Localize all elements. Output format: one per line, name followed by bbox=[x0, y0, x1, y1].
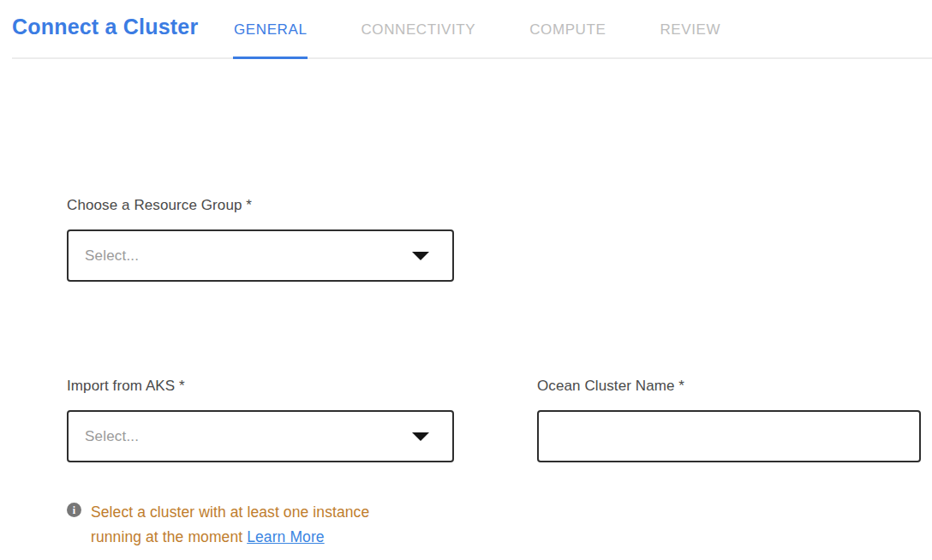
header-divider bbox=[12, 57, 932, 59]
resource-group-placeholder: Select... bbox=[85, 247, 139, 265]
field-import-aks: Import from AKS * Select... bbox=[67, 377, 454, 462]
tab-review[interactable]: REVIEW bbox=[659, 0, 721, 59]
tab-general[interactable]: GENERAL bbox=[233, 0, 308, 59]
ocean-cluster-name-input[interactable] bbox=[537, 410, 921, 462]
cluster-note-text: Select a cluster with at least one insta… bbox=[91, 500, 406, 550]
resource-group-label: Choose a Resource Group * bbox=[67, 196, 454, 215]
caret-down-icon bbox=[412, 252, 429, 260]
field-resource-group: Choose a Resource Group * Select... bbox=[67, 196, 454, 282]
caret-down-icon bbox=[412, 432, 429, 441]
field-ocean-cluster-name: Ocean Cluster Name * bbox=[537, 377, 921, 462]
import-aks-placeholder: Select... bbox=[85, 428, 139, 445]
import-aks-select[interactable]: Select... bbox=[67, 410, 454, 462]
wizard-header: Connect a Cluster GENERAL CONNECTIVITY C… bbox=[0, 0, 932, 59]
learn-more-link[interactable]: Learn More bbox=[247, 528, 325, 545]
tab-connectivity[interactable]: CONNECTIVITY bbox=[360, 0, 476, 59]
import-aks-label: Import from AKS * bbox=[67, 377, 454, 396]
cluster-note-message: Select a cluster with at least one insta… bbox=[91, 503, 369, 545]
page-title: Connect a Cluster bbox=[12, 15, 198, 39]
wizard-tabs: GENERAL CONNECTIVITY COMPUTE REVIEW bbox=[233, 0, 721, 59]
resource-group-select[interactable]: Select... bbox=[67, 229, 454, 282]
ocean-cluster-name-label: Ocean Cluster Name * bbox=[537, 377, 921, 396]
connect-cluster-wizard: Connect a Cluster GENERAL CONNECTIVITY C… bbox=[0, 0, 932, 560]
info-icon: i bbox=[67, 503, 81, 517]
tab-compute[interactable]: COMPUTE bbox=[529, 0, 606, 59]
cluster-note: i Select a cluster with at least one ins… bbox=[67, 500, 409, 550]
